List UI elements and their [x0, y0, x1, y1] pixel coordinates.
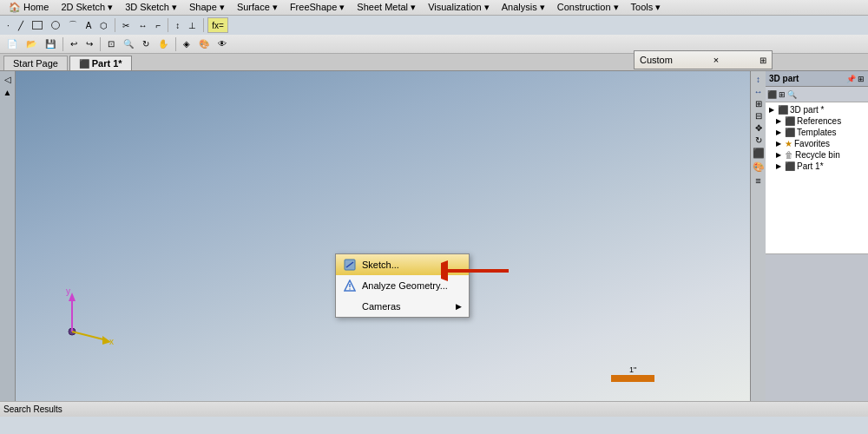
tb-trim[interactable]: ✂	[119, 17, 133, 33]
rt-rotate[interactable]: ↻	[755, 135, 762, 145]
tb-dim[interactable]: ↕	[172, 17, 183, 33]
tb-sep2	[168, 18, 168, 32]
tb2-open[interactable]: 📂	[23, 36, 40, 52]
tb-constraint[interactable]: ⊥	[185, 17, 200, 33]
tb2-render[interactable]: ◈	[180, 36, 194, 52]
rt-btn2[interactable]: ↔	[754, 87, 763, 96]
main-layout: ◁ ▲ Sketch...	[0, 71, 868, 401]
rt-zoom-fit[interactable]: ⊞	[755, 99, 762, 108]
menu-3dsketch[interactable]: 3D Sketch ▾	[120, 1, 182, 14]
tb2-mat[interactable]: 🎨	[195, 36, 213, 52]
menu-sheetmetal[interactable]: Sheet Metal ▾	[352, 1, 421, 14]
tb2-sep1	[62, 37, 63, 51]
tb-poly[interactable]: ⬡	[96, 17, 111, 33]
tb2-redo[interactable]: ↪	[82, 36, 96, 52]
svg-text:y: y	[66, 286, 70, 296]
tree-item-favorites[interactable]: ▶ ★ Favorites	[767, 138, 866, 149]
left-sb-btn2[interactable]: ▲	[3, 88, 12, 97]
analyze-icon	[343, 279, 357, 293]
status-search-results: Search Results	[3, 404, 62, 414]
status-bar: Search Results	[0, 401, 868, 417]
menu-home[interactable]: 🏠 Home	[3, 1, 54, 14]
custom-toolbar-label: Custom	[640, 55, 673, 65]
tb2-zoom-fit[interactable]: ⊡	[104, 36, 118, 52]
tb2-sep2	[100, 37, 101, 51]
tree-item-templates[interactable]: ▶ ⬛ Templates	[767, 127, 866, 138]
tb2-new[interactable]: 📄	[3, 36, 21, 52]
tree-item-part1[interactable]: ▶ ⬛ Part 1*	[767, 161, 866, 172]
right-toolbar-strip: ↕ ↔ ⊞ ⊟ ✥ ↻ ⬛ 🎨 ≡	[750, 71, 766, 401]
tree-item-3dpart[interactable]: ▶ ⬛ 3D part *	[767, 104, 866, 115]
tb-line[interactable]: ╱	[15, 17, 27, 33]
custom-toolbar-close[interactable]: ×	[713, 55, 719, 65]
tb2-rotate[interactable]: ↻	[139, 36, 153, 52]
tb-text[interactable]: A	[82, 17, 95, 33]
left-sb-btn1[interactable]: ◁	[4, 75, 11, 84]
tb-sep1	[115, 18, 115, 32]
menu-surface[interactable]: Surface ▾	[232, 1, 283, 14]
red-arrow-indicator	[441, 258, 510, 286]
tb-rect[interactable]	[29, 17, 46, 33]
svg-line-11	[72, 332, 107, 340]
tb-extend[interactable]: ↔	[135, 17, 150, 33]
tb-point[interactable]: ·	[3, 17, 13, 33]
tab-part1[interactable]: ⬛ Part 1*	[69, 56, 132, 70]
menu-shape[interactable]: Shape ▾	[184, 1, 230, 14]
tree-search[interactable]: 🔍	[787, 90, 797, 99]
tb-arc[interactable]: ⌒	[65, 17, 81, 33]
menu-analysis[interactable]: Analysis ▾	[496, 1, 550, 14]
tree-toolbar: ⬛ ⊞ 🔍	[766, 87, 868, 102]
toolbar-row1: · ╱ ⌒ A ⬡ ✂ ↔ ⌐ ↕ ⊥ fx= Custom × ⊞	[0, 16, 868, 35]
tab-startpage[interactable]: Start Page	[3, 56, 68, 70]
sidebar-bottom	[766, 253, 868, 402]
tree-tb1[interactable]: ⬛	[767, 90, 777, 99]
sidebar-pin[interactable]: 📌	[846, 75, 856, 83]
coordinate-axes: y x	[50, 284, 120, 353]
sketch-icon	[343, 258, 357, 272]
sidebar-expand[interactable]: ⊞	[858, 75, 865, 83]
sidebar-title: 3D part	[769, 74, 799, 83]
menu-2dsketch[interactable]: 2D Sketch ▾	[56, 1, 118, 14]
rt-cube[interactable]: ⬛	[753, 148, 765, 159]
tb2-pan[interactable]: ✋	[155, 36, 172, 52]
ctx-cameras[interactable]: Cameras ▶	[336, 296, 469, 317]
viewport[interactable]: Sketch... Analyze Geometry... Cameras ▶	[16, 71, 750, 401]
tb-formula[interactable]: fx=	[207, 17, 228, 33]
rt-render[interactable]: 🎨	[753, 161, 765, 173]
tree-content: ▶ ⬛ 3D part * ▶ ⬛ References ▶ ⬛ Templat…	[766, 102, 868, 253]
tree-tb2[interactable]: ⊞	[779, 90, 786, 99]
tb2-zoom-in[interactable]: 🔍	[120, 36, 137, 52]
scale-label: 1"	[629, 365, 636, 374]
menu-construction[interactable]: Construction ▾	[552, 1, 624, 14]
cameras-icon	[343, 299, 357, 313]
rt-analysis[interactable]: ≡	[755, 175, 760, 186]
svg-point-4	[349, 288, 351, 290]
resize-handle: ⊞	[760, 56, 766, 65]
tb2-save[interactable]: 💾	[42, 36, 59, 52]
menu-bar: 🏠 Home 2D Sketch ▾ 3D Sketch ▾ Shape ▾ S…	[0, 0, 868, 16]
rt-btn1[interactable]: ↕	[756, 75, 760, 84]
right-panel: 3D part 📌 ⊞ ⬛ ⊞ 🔍 ▶ ⬛ 3D part * ▶ ⬛ Refe…	[766, 71, 868, 401]
menu-tools[interactable]: Tools ▾	[626, 1, 667, 14]
svg-text:x: x	[109, 337, 114, 346]
tb-sep3	[203, 18, 204, 32]
rt-pan[interactable]: ✥	[755, 123, 762, 133]
tb-circle[interactable]	[48, 17, 63, 33]
tree-item-recyclebin[interactable]: ▶ 🗑 Recycle bin	[767, 149, 866, 161]
cameras-arrow: ▶	[456, 302, 462, 311]
scale-bar	[611, 375, 654, 382]
tb2-undo[interactable]: ↩	[67, 36, 81, 52]
sidebar-controls: 📌 ⊞	[846, 75, 865, 83]
left-sidebar: ◁ ▲	[0, 71, 16, 401]
scale-indicator: 1"	[611, 365, 654, 382]
rt-zoom-window[interactable]: ⊟	[755, 111, 762, 121]
menu-freeshape[interactable]: FreeShape ▾	[285, 1, 350, 14]
tb-fillet[interactable]: ⌐	[152, 17, 164, 33]
menu-visualization[interactable]: Visualization ▾	[423, 1, 495, 14]
tb2-sep3	[175, 37, 176, 51]
sidebar-header: 3D part 📌 ⊞	[766, 71, 868, 87]
custom-toolbar: Custom × ⊞	[634, 50, 773, 69]
tree-item-references[interactable]: ▶ ⬛ References	[767, 115, 866, 127]
tb2-view[interactable]: 👁	[214, 36, 230, 52]
